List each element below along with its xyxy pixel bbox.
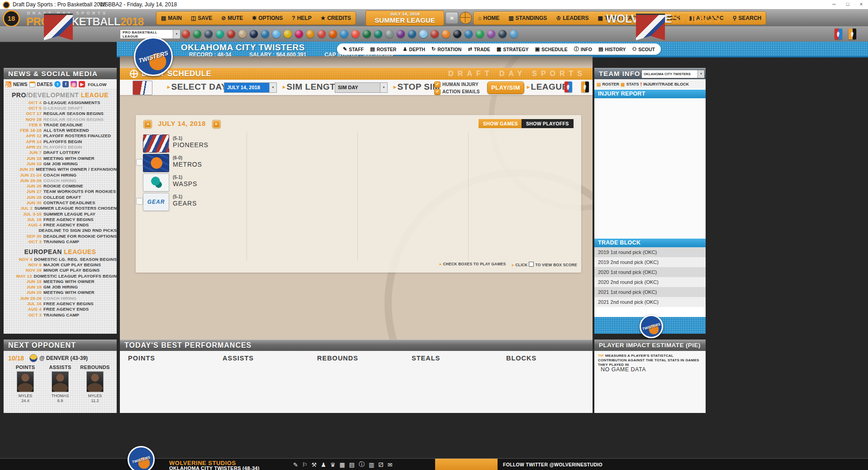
team-logo-icon[interactable] [363, 30, 371, 38]
team-logo-icon[interactable] [250, 30, 258, 38]
menu-button[interactable]: ✱OPTIONS [247, 12, 287, 24]
trade-block-pick[interactable]: 2021 2nd round pick (OKC) [594, 297, 706, 307]
team-selector[interactable]: OKLAHOMA CITY TWISTERS ▾ [641, 70, 705, 78]
footer-tool-icon[interactable]: ⚐ [302, 461, 308, 468]
action-emails-option[interactable]: ✓ ACTION EMAILS [434, 88, 480, 95]
footer-tool-icon[interactable]: ⓘ [359, 460, 365, 469]
team-logo-icon[interactable] [385, 30, 394, 38]
team-logo-icon[interactable] [182, 30, 190, 38]
select-day-dropdown[interactable]: JULY 14, 2018 ▾ [224, 82, 277, 93]
human-injury-option[interactable]: ✓ HUMAN INJURY [434, 81, 480, 88]
team-logo-icon[interactable] [306, 30, 314, 38]
team-logo-icon[interactable] [238, 30, 247, 38]
tab-injury-trade-block[interactable]: INJURY/TRADE BLOCK [643, 82, 689, 86]
previous-day-button[interactable]: ◂ [144, 120, 152, 128]
team-menu-button[interactable]: ↻ROTATION [428, 46, 465, 52]
checkbox-checked-icon[interactable]: ✓ [434, 89, 441, 95]
menu-button[interactable]: ★CREDITS [316, 12, 356, 24]
menu-button[interactable]: ⌂HOME [474, 12, 504, 24]
facebook-icon[interactable]: f [62, 81, 69, 87]
follow-label[interactable]: FOLLOW [88, 82, 106, 87]
league-badge-icon[interactable] [564, 82, 572, 92]
close-button[interactable]: × [854, 0, 868, 9]
team-menu-button[interactable]: ⚇SCOUT [629, 46, 658, 52]
team-logo-icon[interactable] [408, 30, 416, 38]
tab-news[interactable]: NEWS [13, 82, 28, 87]
team-logo-icon[interactable] [351, 30, 360, 38]
menu-button[interactable]: ?HELP [287, 12, 316, 24]
team-logo-icon[interactable] [397, 30, 405, 38]
footer-tool-icon[interactable]: ▥ [369, 461, 374, 468]
team-menu-button[interactable]: ▦STRATEGY [493, 46, 532, 52]
chevron-down-icon[interactable]: ▾ [173, 30, 180, 38]
footer-tool-icon[interactable]: ▦ [340, 461, 345, 468]
tab-dates[interactable]: DATES [37, 82, 53, 87]
team-logo-icon[interactable] [465, 30, 473, 38]
instagram-icon[interactable]: ◎ [71, 81, 77, 87]
next-day-button[interactable]: ▸ [213, 120, 220, 128]
team-logo-icon[interactable] [272, 30, 280, 38]
team-logo-icon[interactable] [204, 30, 213, 38]
team-logo-icon[interactable] [340, 30, 348, 38]
team-logo-icon[interactable] [216, 30, 224, 38]
game-team-row[interactable]: (5-1) PIONEERS [140, 134, 244, 153]
chevron-down-icon[interactable]: ▾ [380, 83, 387, 92]
maximize-button[interactable]: □ [841, 0, 854, 9]
team-logo-icon[interactable] [295, 30, 303, 38]
team-logo-icon[interactable] [374, 30, 382, 38]
team-menu-button[interactable]: ♟DEPTH [399, 46, 428, 52]
menu-button[interactable]: ◫SAVE [186, 12, 217, 24]
menu-button[interactable]: ▥STANDINGS [504, 12, 551, 24]
team-logo-icon[interactable] [453, 30, 461, 38]
fast-forward-button[interactable]: » [446, 12, 458, 24]
tab-stats[interactable]: STATS [626, 82, 639, 86]
footer-tool-icon[interactable]: ⚒ [312, 461, 317, 468]
footer-tool-icon[interactable]: ✉ [388, 461, 393, 468]
footer-tool-icon[interactable]: ⚂ [378, 461, 383, 468]
menu-button[interactable]: ▤MAIN [157, 12, 186, 24]
footer-tool-icon[interactable]: ♟ [321, 461, 326, 468]
stop-sim-button[interactable]: ▸STOP SIM [394, 82, 440, 92]
game-team-row[interactable]: GEAR (5-1) GEARS [140, 192, 244, 211]
league-badge-icon[interactable] [849, 29, 856, 39]
team-menu-button[interactable]: ▤HISTORY [595, 46, 629, 52]
team-logo-icon[interactable] [329, 30, 337, 38]
footer-tool-icon[interactable]: ✎ [293, 461, 298, 468]
team-logo-icon[interactable] [227, 30, 235, 38]
team-logo-icon[interactable] [476, 30, 484, 38]
minimize-button[interactable]: ─ [827, 0, 841, 9]
league-badge-icon[interactable] [581, 82, 589, 92]
team-menu-button[interactable]: ▣SCHEDULE [532, 46, 571, 52]
checkbox-checked-icon[interactable]: ✓ [434, 82, 441, 88]
team-logo-icon[interactable] [193, 30, 201, 38]
menu-button[interactable]: ⊘MUTE [217, 12, 247, 24]
trade-block-pick[interactable]: 2019 1st round pick (OKC) [594, 247, 706, 257]
team-logo-icon[interactable] [431, 30, 439, 38]
footer-twitter[interactable]: FOLLOW TWITTER @WOLVERINESTUDIO [503, 459, 602, 470]
game-team-row[interactable]: (6-0) METROS [140, 153, 244, 173]
sim-length-dropdown[interactable]: SIM DAY ▾ [335, 82, 388, 93]
team-logo-icon[interactable] [284, 30, 292, 38]
league-badge-icon[interactable] [835, 29, 842, 39]
team-menu-button[interactable]: ⓘINFO [571, 46, 595, 53]
youtube-icon[interactable]: ▶ [79, 81, 85, 87]
team-logo-icon[interactable] [318, 30, 326, 38]
twitter-icon[interactable]: t [54, 81, 61, 87]
team-menu-button[interactable]: ▤ROSTER [367, 46, 399, 52]
team-logo-icon[interactable] [442, 30, 450, 38]
menu-button[interactable]: ♔LEADERS [551, 12, 593, 24]
phase-indicator[interactable]: JULY 14, 2018 SUMMER LEAGUE [365, 10, 444, 26]
play-sim-button[interactable]: PLAY/SIM [487, 82, 524, 94]
menu-button[interactable]: ⚲SEARCH [728, 12, 766, 24]
trade-block-pick[interactable]: 2019 2nd round pick (OKC) [594, 257, 706, 267]
trade-block-pick[interactable]: 2021 1st round pick (OKC) [594, 287, 706, 297]
tab-roster[interactable]: ROSTER [602, 82, 619, 86]
team-menu-button[interactable]: ✎STAFF [340, 46, 367, 52]
team-logo-icon[interactable] [487, 30, 495, 38]
team-logo-icon[interactable] [419, 30, 427, 38]
game-team-row[interactable]: (5-1) WASPS [140, 173, 244, 192]
trade-block-pick[interactable]: 2020 2nd round pick (OKC) [594, 277, 706, 287]
trade-block-pick[interactable]: 2020 1st round pick (OKC) [594, 267, 706, 277]
footer-tool-icon[interactable]: ▤ [349, 461, 355, 468]
chevron-down-icon[interactable]: ▾ [269, 83, 276, 92]
